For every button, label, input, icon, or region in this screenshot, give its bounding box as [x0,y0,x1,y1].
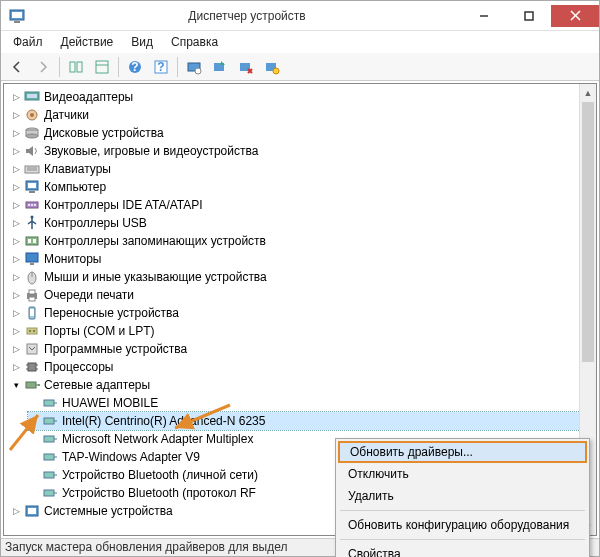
monitor-icon [24,251,40,267]
properties-button[interactable] [90,55,114,79]
tree-item-label: Intel(R) Centrino(R) Advanced-N 6235 [62,414,265,428]
context-disable[interactable]: Отключить [338,463,587,485]
tree-item-label: Датчики [44,108,89,122]
expand-icon[interactable]: ▷ [10,145,22,157]
svg-rect-1 [12,12,22,18]
forward-button[interactable] [31,55,55,79]
menu-action[interactable]: Действие [53,33,122,51]
tree-item-label: Клавиатуры [44,162,111,176]
menu-view[interactable]: Вид [123,33,161,51]
menu-file[interactable]: Файл [5,33,51,51]
network-adapter-icon [24,377,40,393]
tree-item-label[interactable]: Устройство Bluetooth (личной сети) [62,468,258,482]
expand-icon[interactable]: ▷ [10,235,22,247]
svg-rect-48 [29,297,35,301]
svg-point-20 [273,68,279,74]
tree-item-label[interactable]: Устройство Bluetooth (протокол RF [62,486,256,500]
expand-icon[interactable]: ▷ [10,91,22,103]
expand-icon[interactable]: ▷ [10,307,22,319]
scan-hardware-button[interactable] [182,55,206,79]
network-device-icon [42,431,58,447]
port-icon [24,323,40,339]
show-hide-tree-button[interactable] [64,55,88,79]
svg-rect-69 [28,508,36,514]
tree-item-label: Контроллеры IDE ATA/ATAPI [44,198,203,212]
minimize-button[interactable] [461,5,506,27]
tree-item-label: Сетевые адаптеры [44,378,150,392]
svg-rect-63 [44,418,54,424]
tree-item-label[interactable]: Microsoft Network Adapter Multiplex [62,432,253,446]
svg-rect-41 [33,239,36,243]
storage-controller-icon [24,233,40,249]
expand-icon[interactable]: ▷ [10,289,22,301]
help-topics-button[interactable]: ? [149,55,173,79]
app-icon [9,8,25,24]
disable-button[interactable] [260,55,284,79]
context-update-drivers[interactable]: Обновить драйверы... [338,441,587,463]
tree-item-label: Порты (COM и LPT) [44,324,155,338]
help-button[interactable]: ? [123,55,147,79]
expand-icon[interactable]: ▷ [10,343,22,355]
portable-device-icon [24,305,40,321]
expand-icon[interactable]: ▷ [10,505,22,517]
maximize-button[interactable] [506,5,551,27]
menu-help[interactable]: Справка [163,33,226,51]
svg-point-35 [28,204,30,206]
svg-rect-2 [14,21,20,23]
svg-point-61 [38,384,40,386]
tree-item-label: Контроллеры запоминающих устройств [44,234,266,248]
svg-rect-55 [28,363,36,371]
collapse-icon[interactable]: ▾ [10,379,22,391]
network-device-icon [42,485,58,501]
svg-point-38 [31,216,34,219]
mouse-icon [24,269,40,285]
tree-item-label: Дисковые устройства [44,126,164,140]
svg-text:?: ? [157,60,164,74]
svg-point-53 [33,330,35,332]
svg-rect-65 [44,454,54,460]
svg-rect-66 [44,472,54,478]
expand-icon[interactable]: ▷ [10,109,22,121]
uninstall-button[interactable] [234,55,258,79]
svg-rect-47 [29,290,35,294]
svg-rect-60 [26,382,36,388]
close-button[interactable] [551,5,599,27]
scrollbar-thumb[interactable] [582,102,594,362]
network-device-icon [42,449,58,465]
svg-rect-42 [26,253,38,262]
scroll-up-icon[interactable]: ▲ [580,84,596,101]
expand-icon[interactable]: ▷ [10,181,22,193]
expand-icon[interactable]: ▷ [10,127,22,139]
print-queue-icon [24,287,40,303]
title-bar: Диспетчер устройств [1,1,599,31]
svg-rect-64 [44,436,54,442]
context-properties[interactable]: Свойства [338,543,587,557]
svg-rect-32 [28,183,36,188]
expand-icon[interactable]: ▷ [10,199,22,211]
tree-item-label: Мониторы [44,252,101,266]
update-driver-button[interactable] [208,55,232,79]
expand-icon[interactable]: ▷ [10,271,22,283]
computer-icon [24,179,40,195]
tree-item-label[interactable]: TAP-Windows Adapter V9 [62,450,200,464]
svg-point-37 [34,204,36,206]
expand-icon[interactable]: ▷ [10,253,22,265]
svg-point-16 [195,68,201,74]
tree-item-label[interactable]: HUAWEI MOBILE [62,396,158,410]
expand-icon[interactable]: ▷ [10,325,22,337]
expand-icon[interactable]: ▷ [10,163,22,175]
keyboard-icon [24,161,40,177]
tree-item-label: Очереди печати [44,288,134,302]
svg-rect-67 [44,490,54,496]
svg-rect-33 [29,191,35,193]
svg-point-36 [31,204,33,206]
sensor-icon [24,107,40,123]
context-update-config[interactable]: Обновить конфигурацию оборудования [338,514,587,536]
tree-item-label: Компьютер [44,180,106,194]
context-delete[interactable]: Удалить [338,485,587,507]
expand-icon[interactable]: ▷ [10,361,22,373]
network-device-icon [42,395,58,411]
expand-icon[interactable]: ▷ [10,217,22,229]
back-button[interactable] [5,55,29,79]
selected-device[interactable]: Intel(R) Centrino(R) Advanced-N 6235 [28,412,594,430]
